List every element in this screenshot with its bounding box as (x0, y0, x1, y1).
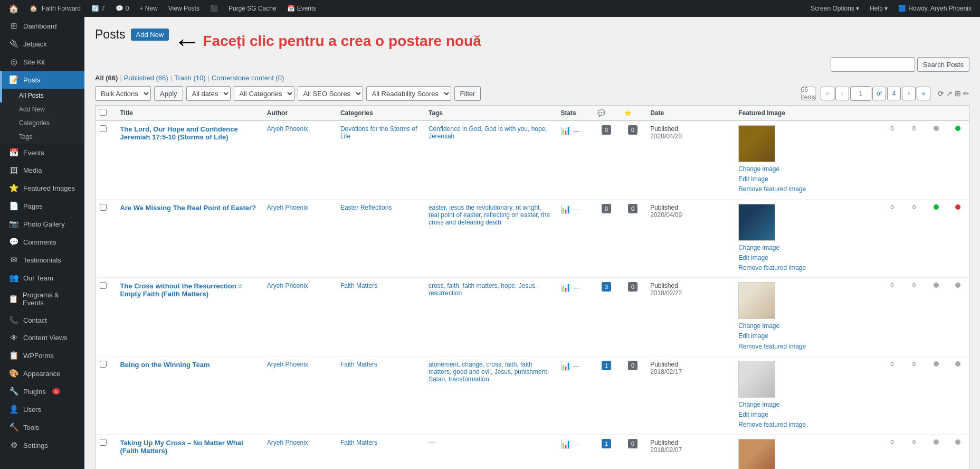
sidebar-item-posts[interactable]: 📝 Posts (0, 71, 84, 89)
dates-filter-select[interactable]: All dates (186, 86, 231, 101)
seo-filter-select[interactable]: All SEO Scores (298, 86, 363, 101)
edit-image-link[interactable]: Edit image (738, 331, 877, 341)
filter-trash-link[interactable]: Trash (10) (174, 74, 206, 82)
comment-count-badge[interactable]: 1 (602, 439, 611, 448)
category-link[interactable]: Faith Matters (340, 439, 377, 446)
first-page-btn[interactable]: « (821, 87, 834, 100)
search-input[interactable] (831, 57, 915, 72)
stats-chart-icon[interactable]: 📊 (560, 283, 571, 292)
col-header-featured-star[interactable]: ⭐ (620, 106, 646, 121)
change-image-link[interactable]: Change image (738, 243, 877, 253)
tags-link[interactable]: cross, faith, faith matters, hope, Jesus… (429, 282, 537, 297)
adminbar-updates[interactable]: 🔄 7 (87, 0, 109, 17)
filter-published-link[interactable]: Published (66) (124, 74, 168, 82)
post-title-link[interactable]: The Lord, Our Hope and Confidence Jeremi… (120, 125, 237, 141)
stats-chart-icon[interactable]: 📊 (560, 126, 571, 135)
author-link[interactable]: Aryeh Phoenix (267, 361, 308, 368)
sidebar-item-sitekit[interactable]: ◎ Site Kit (0, 53, 84, 71)
comment-count-badge[interactable]: 0 (602, 204, 611, 213)
refresh-icon[interactable]: ⟳ (938, 89, 944, 98)
stats-chart-icon[interactable]: 📊 (560, 204, 571, 213)
adminbar-new[interactable]: + New (135, 0, 161, 17)
edit-icon[interactable]: ✏ (963, 89, 969, 98)
tags-link[interactable]: Confidence in God, God is with you, hope… (429, 125, 547, 140)
category-link[interactable]: Devotions for the Storms of Life (340, 125, 417, 140)
col-header-stats[interactable]: Stats (556, 106, 593, 121)
post-title-link[interactable]: The Cross without the Resurrection = Emp… (120, 282, 242, 298)
col-header-featured-image[interactable]: Featured Image (734, 106, 881, 121)
sidebar-item-featured-images[interactable]: ⭐ Featured Images (0, 179, 84, 197)
author-link[interactable]: Aryeh Phoenix (267, 204, 308, 211)
col-header-tags[interactable]: Tags (424, 106, 556, 121)
category-link[interactable]: Faith Matters (340, 361, 377, 368)
adminbar-site-name[interactable]: 🏠 Faith Forward (25, 0, 85, 17)
next-page-btn[interactable]: › (902, 87, 916, 100)
sidebar-item-add-new[interactable]: Add New (0, 102, 84, 116)
last-page-btn[interactable]: » (917, 87, 930, 100)
col-header-comments[interactable]: 💬 (593, 106, 620, 121)
sidebar-item-all-posts[interactable]: All Posts (0, 89, 84, 102)
row-checkbox-3[interactable] (100, 361, 107, 368)
tags-link[interactable]: atonement, change, cross, faith, faith m… (429, 361, 549, 383)
stats-chart-icon[interactable]: 📊 (560, 439, 571, 448)
author-link[interactable]: Aryeh Phoenix (267, 439, 308, 446)
sidebar-item-pages[interactable]: 📄 Pages (0, 197, 84, 215)
edit-image-link[interactable]: Edit image (738, 253, 877, 263)
comment-count-badge[interactable]: 0 (602, 125, 611, 135)
categories-filter-select[interactable]: All Categories (234, 86, 294, 101)
filter-cornerstone-link[interactable]: Cornerstone content (0) (212, 74, 284, 82)
change-image-link[interactable]: Change image (738, 321, 877, 331)
remove-featured-image-link[interactable]: Remove featured image (738, 420, 877, 430)
adminbar-help[interactable]: Help ▾ (865, 0, 892, 17)
post-title-link[interactable]: Taking Up My Cross – No Matter What (Fai… (120, 439, 243, 455)
edit-image-link[interactable]: Edit image (738, 174, 877, 184)
sidebar-item-appearance[interactable]: 🎨 Appearance (0, 364, 84, 382)
change-image-link[interactable]: Change image (738, 164, 877, 174)
search-posts-button[interactable]: Search Posts (917, 57, 969, 72)
featured-star-badge[interactable]: 0 (628, 282, 638, 292)
col-header-title[interactable]: Title (116, 106, 262, 121)
sidebar-item-wpforms[interactable]: 📋 WPForms (0, 346, 84, 364)
sidebar-item-events[interactable]: 📅 Events (0, 144, 84, 162)
sidebar-item-content-views[interactable]: 👁 Content Views (0, 329, 84, 346)
category-link[interactable]: Faith Matters (340, 282, 377, 289)
remove-featured-image-link[interactable]: Remove featured image (738, 184, 877, 194)
current-page-input[interactable] (850, 86, 871, 101)
row-checkbox-0[interactable] (100, 125, 107, 132)
sidebar-item-jetpack[interactable]: 🔌 Jetpack (0, 35, 84, 53)
featured-star-badge[interactable]: 0 (628, 439, 638, 448)
col-header-author[interactable]: Author (263, 106, 336, 121)
featured-star-badge[interactable]: 0 (628, 204, 638, 213)
featured-star-badge[interactable]: 0 (628, 125, 638, 135)
stats-chart-icon[interactable]: 📊 (560, 361, 571, 370)
adminbar-howdy[interactable]: 🟦 Howdy, Aryeh Phoenix (894, 0, 976, 17)
filter-all-link[interactable]: All (66) (95, 74, 118, 82)
prev-page-btn[interactable]: ‹ (835, 87, 849, 100)
adminbar-wp-logo[interactable]: 🏠 (4, 0, 23, 17)
adminbar-screen-options[interactable]: Screen Options ▾ (806, 0, 863, 17)
sidebar-item-our-team[interactable]: 👥 Our Team (0, 269, 84, 287)
edit-image-link[interactable]: Edit image (738, 410, 877, 420)
comment-count-badge[interactable]: 3 (602, 282, 611, 292)
sidebar-item-media[interactable]: 🖼 Media (0, 162, 84, 179)
sidebar-item-comments[interactable]: 💬 Comments (0, 233, 84, 251)
sidebar-item-settings[interactable]: ⚙ Settings (0, 436, 84, 454)
adminbar-purge-cache[interactable]: Purge SG Cache (224, 0, 281, 17)
sidebar-item-tools[interactable]: 🔨 Tools (0, 418, 84, 436)
tags-link[interactable]: easter, jesus the revolutionary, nt wrig… (429, 204, 550, 226)
post-title-link[interactable]: Are We Missing The Real Point of Easter? (120, 204, 256, 212)
sidebar-item-photo-gallery[interactable]: 📷 Photo Gallery (0, 215, 84, 233)
row-checkbox-2[interactable] (100, 282, 107, 289)
adminbar-yoast[interactable]: ⬛ (206, 0, 222, 17)
sidebar-item-contact[interactable]: 📞 Contact (0, 311, 84, 329)
readability-filter-select[interactable]: All Readability Scores (366, 86, 451, 101)
add-new-button[interactable]: Add New (131, 29, 169, 41)
sidebar-item-programs-events[interactable]: 📋 Programs & Events (0, 287, 84, 311)
adminbar-view-posts[interactable]: View Posts (164, 0, 204, 17)
row-checkbox-4[interactable] (100, 439, 107, 446)
remove-featured-image-link[interactable]: Remove featured image (738, 342, 877, 352)
row-checkbox-1[interactable] (100, 204, 107, 211)
sidebar-item-testimonials[interactable]: ✉ Testimonials (0, 251, 84, 269)
export-icon[interactable]: ↗ (946, 89, 953, 98)
sidebar-item-categories[interactable]: Categories (0, 116, 84, 130)
